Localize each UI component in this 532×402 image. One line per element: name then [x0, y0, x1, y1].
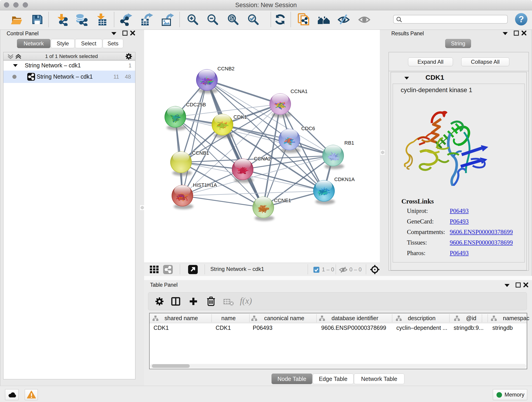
svg-text:CCNB2: CCNB2 — [217, 66, 234, 71]
svg-text:CDK1: CDK1 — [234, 114, 247, 120]
svg-text:CCNA2: CCNA2 — [254, 156, 271, 162]
svg-text:CDC25B: CDC25B — [186, 102, 206, 108]
svg-text:RB1: RB1 — [344, 140, 354, 146]
svg-text:CDKN1A: CDKN1A — [334, 177, 355, 182]
svg-text:CCNB1: CCNB1 — [192, 150, 209, 156]
svg-text:HIST1H1A: HIST1H1A — [193, 182, 217, 188]
svg-text:CCNA1: CCNA1 — [291, 89, 308, 94]
svg-text:CCNE1: CCNE1 — [274, 198, 291, 203]
svg-text:CDC6: CDC6 — [301, 126, 315, 131]
